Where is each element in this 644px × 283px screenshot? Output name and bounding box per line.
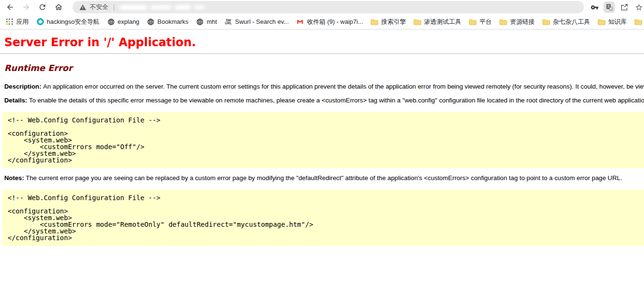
globe-icon (196, 18, 204, 26)
bookmark-folder-misc-tools[interactable]: 杂七杂八工具 (542, 18, 590, 26)
bookmarks-bar: 应用 hackingso安全导航 explang Bookmarks mht S… (0, 14, 644, 30)
page-title: Server Error in '/' Application. (4, 36, 644, 49)
code-text: <!-- Web.Config Configuration File --> <… (8, 194, 640, 241)
home-button[interactable] (52, 1, 65, 13)
globe-icon (107, 18, 115, 26)
bookmark-folder-knowledge-base[interactable]: 知识库 (598, 18, 627, 26)
details-text: To enable the details of this specific e… (29, 97, 644, 104)
folder-icon (414, 18, 421, 26)
translate-icon: 文 A (605, 3, 613, 11)
translate-button[interactable]: 文 A (603, 1, 615, 13)
back-button[interactable] (4, 1, 16, 13)
reload-icon (38, 3, 47, 11)
notes-line: Notes: The current error page you are se… (4, 174, 644, 182)
not-secure-warning-icon (79, 4, 86, 11)
reload-button[interactable] (36, 1, 49, 13)
key-icon (591, 3, 599, 11)
star-icon (635, 3, 643, 11)
bookmark-swurl[interactable]: SWURL Swurl - Search ev... (225, 18, 289, 26)
description-label: Description: (4, 83, 43, 90)
error-subtitle: Runtime Error (4, 63, 644, 73)
bookmark-mht[interactable]: mht (196, 18, 217, 26)
folder-icon (542, 18, 550, 26)
bookmark-gmail-inbox[interactable]: 收件箱 (9) - waip7i... (296, 18, 363, 26)
redacted-url (119, 5, 205, 10)
bookmark-folder-resource-links[interactable]: 资源链接 (499, 18, 535, 26)
password-manager-button[interactable] (589, 1, 600, 13)
gmail-icon (296, 18, 304, 26)
folder-icon (469, 18, 477, 26)
forward-button[interactable] (20, 1, 32, 13)
browser-toolbar: 不安全 | 文 A (0, 0, 644, 14)
share-button[interactable] (618, 1, 630, 13)
apps-grid-icon (6, 18, 13, 26)
bookmark-folder-clipped[interactable]: 一 (634, 18, 644, 26)
folder-icon (598, 18, 605, 26)
bookmark-explang[interactable]: explang (107, 18, 140, 26)
forward-icon (22, 3, 31, 11)
toolbar-right-actions: 文 A (589, 1, 644, 13)
bookmark-folder-platforms[interactable]: 平台 (469, 18, 492, 26)
share-icon (620, 3, 628, 11)
bookmark-apps[interactable]: 应用 (6, 18, 29, 26)
details-line: Details: To enable the details of this s… (4, 97, 644, 104)
details-label: Details: (4, 97, 29, 104)
url-separator: | (113, 3, 115, 11)
bookmark-hackingso[interactable]: hackingso安全导航 (36, 18, 100, 26)
notes-label: Notes: (4, 174, 26, 182)
code-text: <!-- Web.Config Configuration File --> <… (8, 117, 640, 163)
folder-icon (634, 18, 642, 26)
back-icon (6, 3, 14, 11)
folder-icon (371, 18, 378, 26)
security-chip-label[interactable]: 不安全 (90, 3, 108, 11)
code-block-customerrors-off: <!-- Web.Config Configuration File --> <… (2, 112, 644, 168)
bookmark-folder-pentest-tools[interactable]: 渗透测试工具 (414, 18, 461, 26)
bookmark-folder-search-engines[interactable]: 搜索引擎 (371, 18, 406, 26)
bookmark-bookmarks[interactable]: Bookmarks (147, 18, 188, 26)
notes-text: The current error page you are seeing ca… (26, 174, 622, 182)
home-icon (54, 3, 63, 11)
title-divider (0, 53, 644, 54)
folder-icon (499, 18, 507, 26)
code-block-customerrors-remoteonly: <!-- Web.Config Configuration File --> <… (2, 190, 644, 246)
globe-icon (147, 18, 155, 26)
swurl-favicon-icon: SWURL (225, 18, 232, 26)
svg-text:A: A (610, 7, 612, 10)
bookmark-this-page-button[interactable] (633, 1, 644, 13)
error-page-content: Server Error in '/' Application. Runtime… (0, 36, 644, 246)
address-bar[interactable]: 不安全 | (73, 1, 584, 13)
description-text: An application error occurred on the ser… (43, 83, 644, 90)
site-favicon-icon (36, 18, 44, 26)
description-line: Description: An application error occurr… (4, 83, 644, 90)
